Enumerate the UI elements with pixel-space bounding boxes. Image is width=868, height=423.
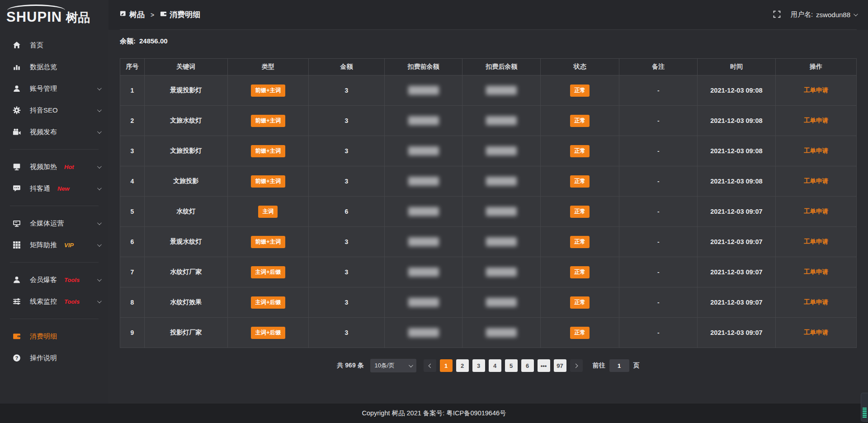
row-amount: 3 — [309, 106, 385, 136]
user-area: 用户名: zswodun88 — [773, 10, 857, 19]
sidebar-item-label: 视频加热 — [30, 163, 57, 171]
chevron-down-icon — [97, 242, 102, 247]
row-remark: - — [619, 227, 698, 257]
chevron-down-icon — [409, 363, 413, 367]
sidebar-item-label: 首页 — [30, 41, 43, 50]
sidebar-divider — [10, 319, 99, 319]
chat-widget[interactable] — [861, 393, 868, 422]
status-badge: 正常 — [570, 236, 590, 248]
page-button-4[interactable]: 4 — [489, 359, 501, 372]
sidebar-item-douketong[interactable]: 抖客通 New — [0, 178, 108, 199]
sidebar-item-video-heat[interactable]: 视频加热 Hot — [0, 156, 108, 178]
page-size-value: 10条/页 — [375, 362, 395, 370]
user-icon — [13, 85, 21, 93]
sidebar-item-matrix-boost[interactable]: 矩阵助推 VIP — [0, 234, 108, 256]
work-order-link[interactable]: 工单申请 — [804, 208, 828, 215]
user-menu[interactable]: 用户名: zswodun88 — [791, 10, 857, 19]
sidebar-divider — [10, 262, 99, 263]
sidebar-item-lead-monitor[interactable]: 线索监控 Tools — [0, 291, 108, 312]
chevron-down-icon — [97, 86, 102, 90]
goto-page-input[interactable] — [609, 359, 629, 372]
page-button-3[interactable]: 3 — [472, 359, 485, 372]
page-button-5[interactable]: 5 — [505, 359, 518, 372]
sidebar-item-label: 会员爆客 — [30, 276, 57, 284]
masked-balance-before — [408, 86, 439, 95]
type-badge: 主词+后缀 — [251, 296, 285, 309]
topbar: 树品 > 消费明细 用户名: zswodun88 — [108, 0, 868, 30]
col-time: 时间 — [698, 59, 776, 75]
type-badge: 前缀+主词 — [251, 236, 285, 248]
work-order-link[interactable]: 工单申请 — [804, 87, 828, 94]
prev-page-button[interactable] — [424, 359, 436, 372]
chevron-down-icon — [97, 186, 102, 190]
masked-balance-after — [486, 268, 517, 277]
page-button-2[interactable]: 2 — [456, 359, 469, 372]
sidebar-item-data-overview[interactable]: 数据总览 — [0, 56, 108, 78]
row-no: 4 — [120, 166, 145, 197]
app-logo[interactable]: SHUPIN 树品 — [0, 3, 108, 31]
work-order-link[interactable]: 工单申请 — [804, 238, 828, 245]
sidebar-item-home[interactable]: 首页 — [0, 34, 108, 56]
breadcrumb-current[interactable]: 消费明细 — [160, 9, 200, 20]
row-keyword: 景观水纹灯 — [144, 227, 227, 257]
row-time: 2021-12-03 09:07 — [698, 227, 776, 257]
page-size-select[interactable]: 10条/页 — [370, 359, 416, 372]
balance-label: 余额: — [120, 37, 136, 45]
type-badge: 主词+后缀 — [251, 327, 285, 339]
work-order-link[interactable]: 工单申请 — [804, 268, 828, 275]
row-keyword: 水纹灯 — [144, 197, 227, 227]
work-order-link[interactable]: 工单申请 — [804, 178, 828, 184]
page-button-1[interactable]: 1 — [440, 359, 453, 372]
sidebar-item-label: 消费明细 — [30, 332, 57, 341]
sidebar-item-label: 抖音SEO — [30, 106, 58, 115]
sidebar-item-label: 视频发布 — [30, 128, 57, 136]
sidebar-item-member-burst[interactable]: 会员爆客 Tools — [0, 269, 108, 291]
chevron-down-icon — [97, 164, 102, 169]
table-row: 2 文旅水纹灯 前缀+主词 3 正常 - 2021-12-03 09:08 工单… — [120, 106, 857, 136]
tv-icon — [13, 163, 21, 171]
wallet-icon — [13, 332, 21, 340]
monitor-icon — [13, 219, 21, 227]
masked-balance-after — [486, 328, 517, 337]
work-order-link[interactable]: 工单申请 — [804, 299, 828, 306]
masked-balance-before — [408, 177, 439, 186]
col-remark: 备注 — [619, 59, 698, 75]
col-no: 序号 — [120, 59, 145, 75]
row-time: 2021-12-03 09:08 — [698, 136, 776, 166]
page-button-6[interactable]: 6 — [521, 359, 534, 372]
type-badge: 前缀+主词 — [251, 115, 285, 127]
work-order-link[interactable]: 工单申请 — [804, 117, 828, 124]
sidebar-item-video-publish[interactable]: 视频发布 — [0, 121, 108, 143]
sliders-icon — [13, 297, 21, 306]
type-badge: 前缀+主词 — [251, 145, 285, 157]
breadcrumb-label: 消费明细 — [170, 9, 200, 20]
chevron-down-icon — [97, 277, 102, 282]
row-amount: 3 — [309, 257, 385, 287]
work-order-link[interactable]: 工单申请 — [804, 329, 828, 336]
table-row: 4 文旅投影 前缀+主词 3 正常 - 2021-12-03 09:08 工单申… — [120, 166, 857, 197]
row-remark: - — [619, 136, 698, 166]
page-button-97[interactable]: 97 — [554, 359, 566, 372]
row-amount: 3 — [309, 318, 385, 348]
sidebar-item-account[interactable]: 账号管理 — [0, 78, 108, 99]
work-order-link[interactable]: 工单申请 — [804, 147, 828, 154]
sidebar-item-instructions[interactable]: ? 操作说明 — [0, 347, 108, 369]
app-icon — [120, 10, 127, 19]
row-time: 2021-12-03 09:07 — [698, 287, 776, 318]
sidebar-item-consumption-detail[interactable]: 消费明细 — [0, 325, 108, 347]
page-ellipsis-button[interactable]: ••• — [538, 359, 550, 372]
row-keyword: 文旅投影灯 — [144, 136, 227, 166]
fullscreen-icon[interactable] — [773, 10, 781, 19]
next-page-button[interactable] — [570, 359, 583, 372]
breadcrumb-home[interactable]: 树品 — [120, 9, 145, 20]
chevron-down-icon — [97, 221, 102, 225]
sidebar-divider — [10, 206, 99, 206]
table-row: 6 景观水纹灯 前缀+主词 3 正常 - 2021-12-03 09:07 工单… — [120, 227, 857, 257]
sidebar-item-douyin-seo[interactable]: 抖音SEO — [0, 99, 108, 121]
table-row: 1 景观投影灯 前缀+主词 3 正常 - 2021-12-03 09:08 工单… — [120, 75, 857, 106]
type-badge: 前缀+主词 — [251, 85, 285, 97]
chevron-right-icon — [573, 363, 578, 368]
pagination: 共 969 条 10条/页 1 2 3 4 5 6 ••• 97 前往 页 — [108, 359, 868, 372]
sidebar-item-media-operation[interactable]: 全媒体运营 — [0, 212, 108, 234]
row-keyword: 文旅水纹灯 — [144, 106, 227, 136]
